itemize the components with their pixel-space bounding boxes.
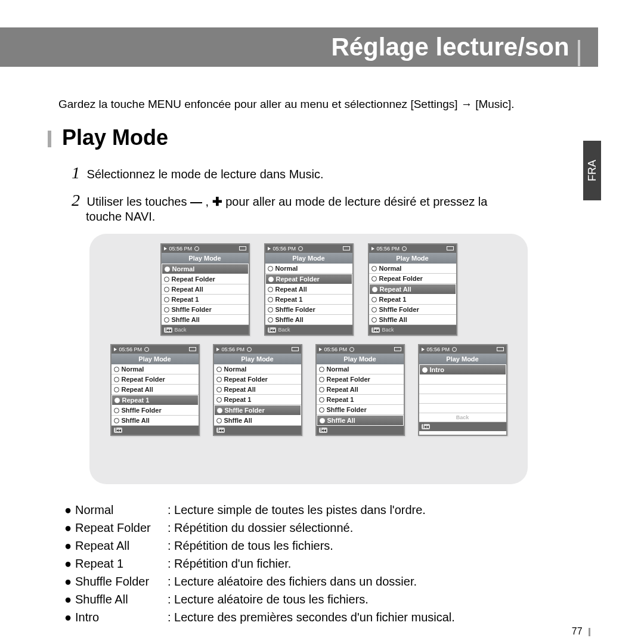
device-header: Play Mode [369,253,456,264]
radio-icon [268,317,273,323]
device-item: Repeat 1 [265,295,352,305]
device-item-label: Normal [172,265,195,273]
battery-icon [497,347,504,351]
intro-text: Gardez la touche MENU enfoncée pour alle… [58,98,515,111]
description-label: Normal [75,501,168,519]
device-item-label: Shffle All [172,316,200,323]
play-icon [371,247,374,250]
device-screen: 05:56 PMPlay ModeNormalRepeat FolderRepe… [315,344,405,436]
steps: 1 Sélectionnez le mode de lecture dans M… [72,163,549,232]
back-label: Back [175,327,187,333]
bullet-icon: ● [64,501,75,519]
device-item: Repeat Folder [214,374,301,385]
device-header: Play Mode [419,354,506,364]
radio-icon [114,387,119,392]
device-status-bar: 05:56 PM [369,244,456,253]
title-bar: Réglage lecture/son [0,27,598,67]
device-status-bar: 05:56 PM [162,244,249,253]
device-item-label: Shffle All [122,417,150,424]
radio-icon [164,307,169,312]
device-header: Play Mode [317,354,404,364]
device-item: Shffle Folder [317,405,404,415]
radio-icon [371,266,377,271]
device-item: Shffle Folder [214,405,301,416]
device-item-label: Shffle All [327,417,355,424]
radio-icon [268,307,273,312]
device-item-label: Repeat Folder [327,376,370,383]
description-label: Repeat 1 [75,555,168,572]
device-item-label: Normal [379,265,402,272]
radio-icon [216,377,222,382]
device-item: Repeat All [369,284,456,295]
device-header: Play Mode [112,354,199,364]
prev-key-icon: ꟾ◂◂ [371,327,380,333]
device-item: Shffle Folder [112,405,199,416]
step-1: 1 Sélectionnez le mode de lecture dans M… [72,163,549,182]
time-text: 05:56 PM [222,346,245,352]
prev-key-icon: ꟾ◂◂ [422,424,430,429]
clock-icon [452,347,457,352]
play-icon [164,247,167,250]
device-item: Shffle All [112,416,199,426]
device-screen: 05:56 PMPlay ModeNormalRepeat FolderRepe… [264,243,354,336]
description-label: Shuffle Folder [75,572,168,590]
back-label: Back [278,327,290,333]
device-back-faded: Back [419,413,506,422]
description-text: : Répétition de tous les fichiers. [168,537,333,555]
device-item: Shffle Folder [369,305,456,315]
step-2: 2 Utiliser les touches — , ✚ pour aller … [72,191,549,224]
device-item: Normal [214,364,301,374]
device-item-label: Repeat Folder [122,376,165,383]
device-item: Repeat 1 [369,295,456,305]
radio-icon [114,367,119,372]
device-item: Repeat All [162,284,249,295]
device-item: Repeat 1 [112,395,199,405]
device-item-label: Shffle Folder [225,407,265,414]
device-item-label: Repeat 1 [224,396,252,403]
radio-icon [164,287,169,292]
radio-icon [319,377,324,382]
device-item-label: Repeat All [380,286,411,293]
device-header: Play Mode [214,354,301,364]
device-item-label: Normal [275,265,298,272]
device-footer: ꟾ◂◂Back [369,325,456,335]
device-item: Shffle All [214,416,301,426]
clock-icon [349,347,354,352]
device-item-label: Repeat All [327,386,358,393]
device-item: Shffle Folder [265,305,352,315]
device-footer: ꟾ◂◂ [419,422,506,431]
device-item-label: Repeat Folder [379,275,423,282]
device-item-label: Repeat All [224,386,256,393]
description-text: : Répétition du dossier sélectionné. [168,519,353,537]
play-icon [422,348,425,351]
prev-key-icon: ꟾ◂◂ [319,428,327,433]
description-row: ●Repeat 1: Répétition d'un fichier. [64,555,455,572]
device-item-label: Intro [430,366,444,373]
device-item-label: Normal [122,366,144,373]
device-item: Repeat 1 [317,395,404,405]
device-footer: ꟾ◂◂ [317,426,404,435]
prev-key-icon: ꟾ◂◂ [114,428,122,433]
device-item-label: Repeat 1 [122,397,150,404]
prev-key-icon: ꟾ◂◂ [268,327,276,333]
radio-icon [319,387,324,392]
device-status-bar: 05:56 PM [419,345,506,354]
device-row-2: 05:56 PMPlay ModeNormalRepeat FolderRepe… [101,344,516,436]
device-item-label: Shffle Folder [172,306,212,313]
device-footer: ꟾ◂◂ [112,426,199,435]
device-item: Repeat Folder [369,274,456,284]
device-item-label: Repeat 1 [172,296,199,303]
device-item-label: Repeat 1 [327,396,354,403]
back-label: Back [382,327,394,333]
prev-key-icon: ꟾ◂◂ [216,428,225,433]
device-item: Repeat All [265,284,352,295]
radio-icon [372,287,377,292]
bullet-icon: ● [64,519,75,537]
clock-icon [402,246,407,251]
bullet-icon: ● [64,608,75,626]
section-mark-icon [48,131,51,147]
device-item-label: Shffle Folder [122,407,162,414]
description-text: : Lecture des premières secondes d'un fi… [168,608,455,626]
device-item-label: Normal [327,366,349,373]
plus-icon: ✚ [212,195,226,208]
